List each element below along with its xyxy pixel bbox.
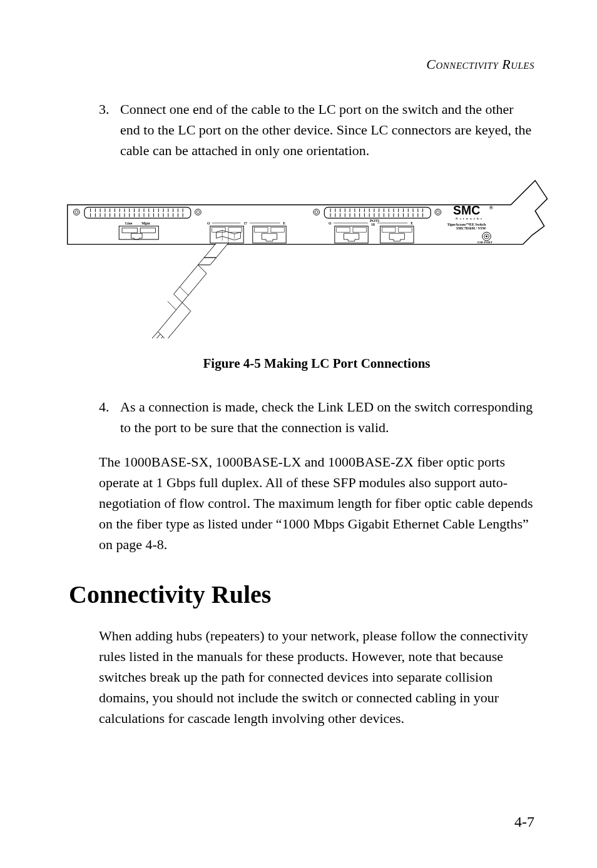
- list-text: As a connection is made, check the Link …: [120, 396, 534, 438]
- svg-line-120: [155, 336, 163, 338]
- running-header: Connectivity Rules: [69, 56, 534, 73]
- label-18: 18: [371, 223, 375, 226]
- label-o1: O: [207, 221, 210, 225]
- label-line: Line: [125, 221, 133, 225]
- svg-point-115: [486, 236, 487, 238]
- list-item-4: 4. As a connection is made, check the Li…: [99, 396, 534, 438]
- paragraph: The 1000BASE-SX, 1000BASE-LX and 1000BAS…: [99, 452, 534, 555]
- svg-line-118: [150, 331, 158, 338]
- switch-diagram: Line Mgnt O 17 E: [61, 174, 559, 338]
- brand-sub: N e t w o r k s: [456, 217, 482, 220]
- label-esd: ESD PORT: [477, 241, 493, 244]
- label-o2: O: [329, 221, 332, 225]
- list-item-3: 3. Connect one end of the cable to the L…: [99, 99, 534, 161]
- paragraph: When adding hubs (repeaters) to your net…: [99, 625, 534, 729]
- svg-text:®: ®: [489, 204, 493, 211]
- svg-line-119: [152, 334, 161, 338]
- section-heading: Connectivity Rules: [69, 580, 534, 609]
- list-number: 4.: [99, 396, 120, 438]
- label-17: 17: [243, 221, 247, 225]
- brand-logo: SMC: [453, 203, 480, 217]
- label-e1: E: [283, 221, 285, 225]
- page-number: 4-7: [514, 814, 534, 830]
- list-text: Connect one end of the cable to the LC p…: [120, 99, 534, 161]
- figure-caption: Figure 4-5 Making LC Port Connections: [99, 356, 534, 371]
- label-e2: E: [411, 221, 413, 225]
- svg-line-117: [168, 301, 176, 310]
- label-mgnt: Mgnt: [141, 221, 150, 225]
- product-line-2: SMC7816M / VSW: [456, 226, 486, 230]
- product-line-1: TigerAccess™EE Switch: [447, 223, 486, 226]
- list-number: 3.: [99, 99, 120, 161]
- figure-container: Line Mgnt O 17 E: [61, 174, 559, 338]
